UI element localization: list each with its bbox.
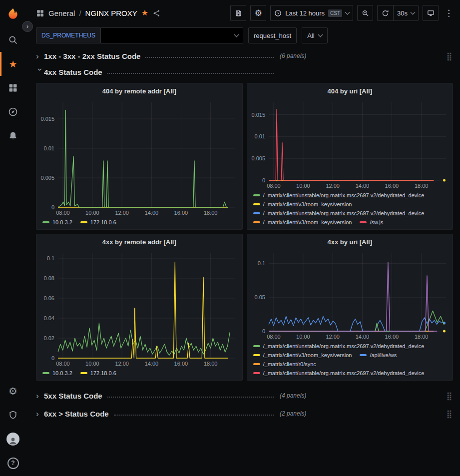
chart-404-by-remote-addr: 00.0050.010.01508:0010:0012:0014:0016:00… xyxy=(36,98,242,217)
row-title: 6xx > Status Code xyxy=(44,410,109,418)
sidebar-expand-button[interactable]: › xyxy=(22,21,33,32)
row-1xx-3xx-2xx[interactable]: › 1xx - 3xx - 2xx Status Code (6 panels)… xyxy=(36,49,453,63)
datasource-select[interactable] xyxy=(100,27,243,43)
legend-item[interactable]: /_matrix/client/v3/room_keys/version xyxy=(253,351,352,359)
legend-item[interactable]: 10.0.3.2 xyxy=(42,218,72,226)
sidebar-item-starred[interactable]: ★ xyxy=(0,52,26,76)
breadcrumb-section[interactable]: General xyxy=(48,9,75,17)
zoom-out-icon xyxy=(362,9,369,17)
sidebar-item-dashboards[interactable] xyxy=(0,76,26,100)
row-5xx[interactable]: › 5xx Status Code (4 panels) ⣿ xyxy=(36,389,453,403)
panel-count: (6 panels) xyxy=(280,52,306,59)
row-left: 1xx - 3xx - 2xx Status Code xyxy=(44,52,279,60)
svg-text:14:00: 14:00 xyxy=(145,361,159,367)
legend-marker xyxy=(80,221,87,223)
sidebar-item-profile[interactable] xyxy=(0,427,26,451)
more-options-button[interactable]: ⋮ xyxy=(443,5,455,21)
row-left: 5xx Status Code xyxy=(44,392,279,400)
svg-text:0: 0 xyxy=(51,355,54,361)
legend-item[interactable]: /_matrix/client/unstable/org.matrix.msc2… xyxy=(253,369,425,377)
legend-item[interactable]: /_matrix/client/unstable/org.matrix.msc2… xyxy=(253,209,425,217)
row-left: 4xx Status Code xyxy=(44,68,279,76)
panel-4xx-by-uri: 4xx by uri [All] 00.050.108:0010:0012:00… xyxy=(247,234,454,381)
legend-item[interactable]: /api/live/ws xyxy=(360,351,397,359)
gear-icon: ⚙ xyxy=(8,386,17,396)
legend-marker xyxy=(253,221,260,223)
drag-handle-icon[interactable]: ⣿ xyxy=(447,52,453,60)
drag-handle-icon[interactable]: ⣿ xyxy=(447,410,453,418)
svg-text:12:00: 12:00 xyxy=(326,334,340,340)
legend-marker xyxy=(253,194,260,196)
panel-title[interactable]: 4xx by uri [All] xyxy=(247,234,453,249)
legend-item[interactable]: 10.0.3.2 xyxy=(42,369,72,377)
legend-label: /sw.js xyxy=(370,218,383,226)
sidebar-item-alerting[interactable] xyxy=(0,124,26,148)
legend-marker xyxy=(253,363,260,365)
search-icon xyxy=(8,35,18,45)
panel-legend: /_matrix/client/unstable/org.matrix.msc2… xyxy=(247,341,453,380)
legend-item[interactable]: /_matrix/client/unstable/org.matrix.msc2… xyxy=(253,191,425,199)
chevron-right-icon: › xyxy=(26,23,28,29)
sidebar-item-explore[interactable] xyxy=(0,100,26,124)
breadcrumb: General / NGINX PROXY ★ xyxy=(36,9,161,17)
request-host-select[interactable]: All xyxy=(302,27,327,43)
legend-item[interactable]: 172.18.0.6 xyxy=(80,369,116,377)
person-icon xyxy=(8,436,18,446)
chart-svg: 00.050.108:0010:0012:0014:0016:0018:00 xyxy=(247,249,453,341)
chevron-right-icon: › xyxy=(36,52,44,60)
panel-title[interactable]: 404 by uri [All] xyxy=(247,83,453,98)
tv-mode-button[interactable] xyxy=(423,5,439,21)
row-6xx[interactable]: › 6xx > Status Code (2 panels) ⣿ xyxy=(36,407,453,421)
panel-count: (4 panels) xyxy=(280,392,306,399)
dashboard-settings-button[interactable]: ⚙ xyxy=(250,5,266,21)
legend-item[interactable]: /sw.js xyxy=(360,218,383,226)
sidebar-item-server-admin[interactable] xyxy=(0,403,26,427)
dashboard-title[interactable]: NGINX PROXY xyxy=(85,9,137,17)
favorite-star-icon[interactable]: ★ xyxy=(141,9,148,17)
svg-text:0.05: 0.05 xyxy=(254,294,265,300)
row-title: 4xx Status Code xyxy=(44,68,102,76)
svg-text:16:00: 16:00 xyxy=(385,334,399,340)
breadcrumb-separator: / xyxy=(79,9,81,17)
panel-legend: 10.0.3.2172.18.0.6 xyxy=(36,217,242,229)
row-4xx[interactable]: › 4xx Status Code xyxy=(36,65,453,79)
zoom-out-button[interactable] xyxy=(357,5,373,21)
refresh-interval-picker[interactable]: 30s xyxy=(393,5,419,21)
sidebar-item-search[interactable] xyxy=(0,28,26,52)
legend-item[interactable]: /_matrix/client/r0/sync xyxy=(253,360,316,368)
svg-text:0.005: 0.005 xyxy=(251,155,265,161)
refresh-button-group: 30s xyxy=(377,5,419,21)
legend-item[interactable]: /_matrix/client/unstable/org.matrix.msc2… xyxy=(253,342,425,350)
svg-text:08:00: 08:00 xyxy=(56,210,70,216)
chart-404-by-uri: 00.0050.010.01508:0010:0012:0014:0016:00… xyxy=(247,98,453,190)
svg-text:0: 0 xyxy=(262,177,265,183)
row-title: 5xx Status Code xyxy=(44,392,102,400)
grafana-flame-icon xyxy=(6,7,19,20)
legend-label: /_matrix/client/unstable/org.matrix.msc2… xyxy=(263,209,425,217)
legend-marker xyxy=(42,372,49,374)
request-host-value: All xyxy=(307,32,314,39)
legend-item[interactable]: /_matrix/client/v3/room_keys/version xyxy=(253,218,352,226)
time-range-picker[interactable]: Last 12 hours CST xyxy=(270,5,353,21)
svg-text:14:00: 14:00 xyxy=(355,334,369,340)
panel-title[interactable]: 404 by remote addr [All] xyxy=(36,83,242,98)
legend-item[interactable]: /_matrix/client/v3/room_keys/version xyxy=(253,200,352,208)
svg-text:0.1: 0.1 xyxy=(47,255,54,261)
chevron-down-icon xyxy=(234,32,239,37)
legend-label: /api/live/ws xyxy=(370,351,397,359)
drag-handle-icon[interactable]: ⣿ xyxy=(447,392,453,400)
save-dashboard-button[interactable] xyxy=(230,5,246,21)
panel-title[interactable]: 4xx by remote addr [All] xyxy=(36,234,242,249)
legend-item[interactable]: 172.18.0.6 xyxy=(80,218,116,226)
sidebar-item-help[interactable]: ? xyxy=(0,451,26,475)
legend-marker xyxy=(253,372,260,374)
share-icon[interactable] xyxy=(152,9,161,17)
refresh-button[interactable] xyxy=(377,5,393,21)
chevron-right-icon: › xyxy=(36,392,44,400)
svg-text:08:00: 08:00 xyxy=(267,183,281,189)
panel-404-by-remote-addr: 404 by remote addr [All] 00.0050.010.015… xyxy=(36,83,243,230)
svg-text:0.015: 0.015 xyxy=(251,112,265,118)
sidebar-item-configuration[interactable]: ⚙ xyxy=(0,379,26,403)
svg-text:0.08: 0.08 xyxy=(44,275,54,281)
sidebar: ★ ⚙ ? xyxy=(0,0,26,476)
